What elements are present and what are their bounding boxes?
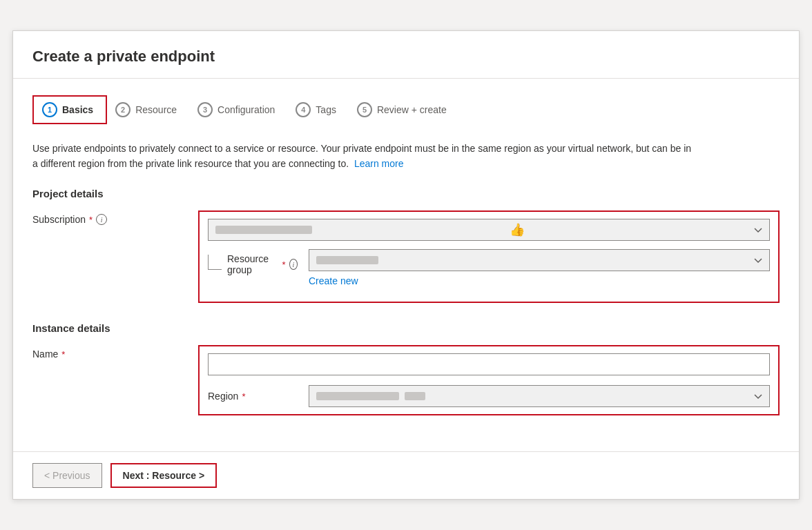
instance-details-header: Instance details [32,322,780,334]
step-circle-2: 2 [115,102,130,117]
step-circle-3: 3 [197,102,213,117]
region-label-area: Region * [208,391,298,402]
step-label-2: Resource [135,104,177,115]
name-input[interactable] [208,353,770,375]
resource-group-input-col: Create new [309,249,770,286]
main-window: Create a private endpoint 1 Basics 2 Res… [12,30,800,500]
subscription-info-icon[interactable]: i [96,214,107,225]
step-circle-5: 5 [357,102,372,117]
instance-details-section: Instance details Name * [32,322,780,415]
project-fields-highlighted: 👍 Resource group * i [198,210,780,303]
instance-fields-highlighted: Region * [198,345,780,415]
subscription-select-wrap: 👍 [208,219,770,241]
previous-button[interactable]: < Previous [32,463,102,488]
name-input-wrap [208,353,770,375]
region-row: Region * [208,385,770,407]
step-label-4: Tags [316,104,336,115]
resource-group-row: Resource group * i [208,249,770,286]
next-button[interactable]: Next : Resource > [110,463,218,488]
resource-group-label-area: Resource group * i [208,249,298,275]
tab-resource[interactable]: 2 Resource [107,97,189,123]
resource-group-label: Resource group * i [227,253,298,275]
main-content: 1 Basics 2 Resource 3 Configuration 4 Ta… [13,79,799,452]
region-label: Region * [208,391,298,402]
resource-group-select-wrap [309,249,770,271]
region-select[interactable] [309,385,770,407]
subscription-select[interactable]: 👍 [208,219,770,241]
subscription-label: Subscription * i [32,214,198,225]
tab-configuration[interactable]: 3 Configuration [189,97,287,123]
name-required-star: * [61,349,65,360]
page-title-area: Create a private endpoint [13,31,799,79]
step-circle-1: 1 [42,102,57,117]
page-description: Use private endpoints to privately conne… [32,141,695,172]
region-required-star: * [242,391,245,402]
create-new-link[interactable]: Create new [309,275,358,286]
resource-group-select[interactable] [309,249,770,271]
steps-bar: 1 Basics 2 Resource 3 Configuration 4 Ta… [32,95,780,124]
tab-tags[interactable]: 4 Tags [287,97,349,123]
subscription-required-star: * [89,215,93,225]
step-label-1: Basics [62,104,93,115]
resource-group-required-star: * [282,259,285,270]
learn-more-link[interactable]: Learn more [354,158,404,169]
footer: < Previous Next : Resource > [13,451,799,499]
step-circle-4: 4 [296,102,311,117]
page-title: Create a private endpoint [32,48,780,66]
region-select-wrap [309,385,770,407]
project-details-header: Project details [32,188,780,199]
step-label-3: Configuration [218,104,275,115]
tab-review-create[interactable]: 5 Review + create [349,97,459,123]
resource-group-info-icon[interactable]: i [289,259,298,270]
subscription-label-col: Subscription * i [32,210,198,225]
name-label: Name * [32,349,198,360]
instance-label-col: Name * [32,345,198,360]
tab-basics[interactable]: 1 Basics [32,95,107,124]
step-label-5: Review + create [377,104,447,115]
project-details-section: Project details Subscription * i [32,188,780,303]
